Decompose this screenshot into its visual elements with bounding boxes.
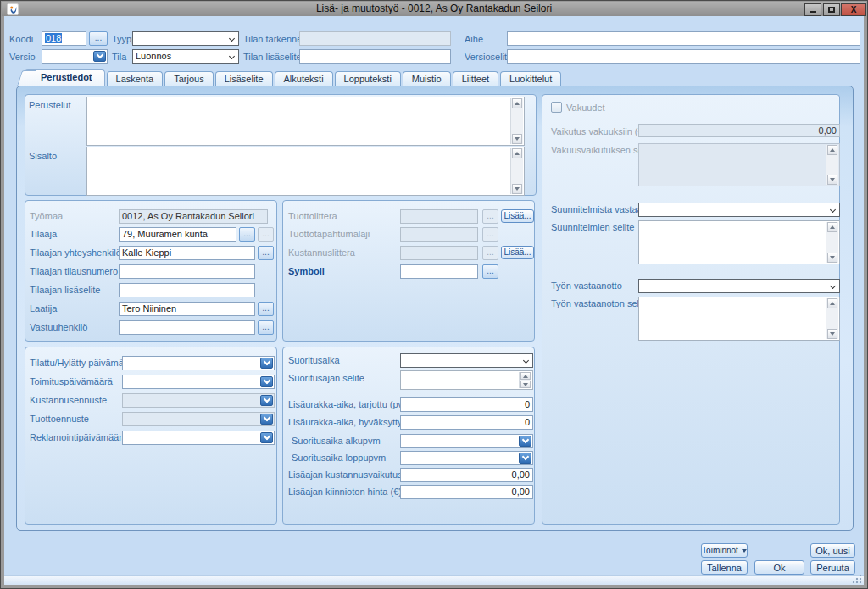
- toimitus-label: Toimituspäivämäärä: [30, 376, 113, 386]
- maximize-button[interactable]: [823, 3, 840, 16]
- symboli-browse-button[interactable]: ...: [482, 264, 498, 279]
- laatija-input[interactable]: Tero Niininen: [119, 302, 255, 316]
- scrollbar[interactable]: [519, 372, 531, 388]
- titlebar[interactable]: Lisä- ja muutostyö - 0012, As Oy Rantaka…: [2, 2, 866, 16]
- scroll-up-icon[interactable]: [512, 148, 522, 158]
- scrollbar[interactable]: [826, 145, 838, 185]
- minimize-button[interactable]: [804, 3, 821, 16]
- kiinnioton-hinta-input[interactable]: 0,00: [400, 485, 533, 499]
- alkupvm-date-input[interactable]: [400, 434, 533, 448]
- kustannuslittera-lisaa-button[interactable]: Lisää...: [501, 246, 534, 259]
- symboli-input[interactable]: [400, 264, 478, 279]
- tarjottu-input[interactable]: 0: [400, 397, 533, 412]
- tuottolittera-input: [400, 209, 478, 224]
- tilan-lisaselite-input[interactable]: [299, 49, 451, 64]
- koodi-browse-button[interactable]: ...: [89, 31, 108, 46]
- suunnitelmien-selite-textarea[interactable]: [638, 220, 840, 264]
- tilaajan-lisaselite-label: Tilaajan lisäselite: [30, 285, 100, 295]
- tab-tarjous[interactable]: Tarjous: [164, 71, 213, 86]
- alkupvm-date-picker-button[interactable]: [519, 436, 531, 447]
- tilaaja-browse-button[interactable]: ...: [239, 227, 255, 242]
- tyyppi-select[interactable]: [132, 31, 239, 46]
- vakuudet-checkbox[interactable]: [551, 102, 562, 113]
- reklamointi-date-input[interactable]: [122, 431, 275, 445]
- tab-luokittelut[interactable]: Luokittelut: [500, 71, 561, 86]
- toimitus-date-picker-button[interactable]: [260, 376, 273, 387]
- hyvaksytty-input[interactable]: 0: [400, 415, 533, 430]
- toiminnot-button[interactable]: Toiminnot: [701, 543, 748, 558]
- scroll-up-icon[interactable]: [512, 98, 522, 108]
- tab-alkuteksti[interactable]: Alkuteksti: [275, 71, 333, 86]
- ok-button[interactable]: Ok: [754, 560, 804, 575]
- panel-suoritusaika: Suoritusaika Suoritusajan selite Lisäura…: [282, 347, 535, 525]
- scroll-down-icon[interactable]: [520, 381, 531, 388]
- tilaaja-input[interactable]: 79, Muuramen kunta: [119, 227, 236, 242]
- tyon-vastaanoton-selite-label: Työn vastaanoton selite: [551, 298, 649, 308]
- laatija-browse-button[interactable]: ...: [258, 302, 274, 316]
- scroll-up-icon[interactable]: [827, 298, 837, 308]
- tab-perustiedot[interactable]: Perustiedot: [25, 69, 105, 86]
- tab-muistio[interactable]: Muistio: [403, 71, 451, 86]
- scroll-down-icon[interactable]: [827, 253, 837, 263]
- tilattu-date-input[interactable]: [122, 356, 275, 370]
- perustelut-textarea[interactable]: [86, 97, 525, 146]
- scrollbar[interactable]: [510, 98, 523, 144]
- scrollbar[interactable]: [510, 148, 523, 194]
- scroll-up-icon[interactable]: [827, 145, 837, 155]
- reklamointi-label: Reklamointipäivämäärä: [30, 432, 127, 442]
- versio-input[interactable]: [42, 49, 108, 64]
- kustannusennuste-date-picker-button[interactable]: [260, 395, 273, 406]
- scroll-up-icon[interactable]: [827, 222, 837, 232]
- tilausnumero-input[interactable]: [119, 264, 255, 279]
- tilaajan-lisaselite-input[interactable]: [119, 283, 255, 297]
- scroll-down-icon[interactable]: [512, 184, 522, 194]
- tyon-vastaanoton-selite-textarea[interactable]: [638, 297, 840, 341]
- tallenna-button[interactable]: Tallenna: [701, 560, 748, 575]
- yhteyshenkilo-browse-button[interactable]: ...: [258, 246, 274, 260]
- sisalto-textarea[interactable]: [86, 147, 525, 196]
- laatija-label: Laatija: [30, 303, 57, 314]
- tyon-vastaanotto-select[interactable]: [638, 279, 840, 293]
- tab-laskenta[interactable]: Laskenta: [107, 71, 164, 86]
- vastuuhenkilo-browse-button[interactable]: ...: [258, 320, 274, 335]
- scroll-down-icon[interactable]: [512, 134, 522, 144]
- tuottolittera-lisaa-button[interactable]: Lisää...: [501, 209, 534, 223]
- aihe-input[interactable]: [507, 31, 860, 46]
- peruuta-button[interactable]: Peruuta: [810, 560, 855, 575]
- reklamointi-date-picker-button[interactable]: [260, 432, 273, 443]
- suoritusaika-select[interactable]: [400, 353, 533, 368]
- versioselite-input[interactable]: [507, 49, 860, 64]
- scroll-down-icon[interactable]: [827, 329, 837, 339]
- tuottotapahtumalaji-label: Tuottotapahtumalaji: [288, 229, 370, 239]
- koodi-label: Koodi: [9, 34, 33, 44]
- tila-select[interactable]: Luonnos: [132, 49, 239, 64]
- kiinnioton-hinta-label: Lisäajan kiinnioton hinta (€): [288, 486, 402, 497]
- scrollbar[interactable]: [826, 222, 838, 263]
- scrollbar[interactable]: [826, 298, 838, 339]
- toimitus-date-input[interactable]: [122, 375, 275, 389]
- yhteyshenkilo-input[interactable]: Kalle Kieppi: [119, 246, 255, 260]
- versio-label: Versio: [9, 52, 36, 62]
- resize-grip[interactable]: [852, 574, 862, 584]
- koodi-input[interactable]: 018: [42, 31, 86, 46]
- tuottoennuste-date-picker-button[interactable]: [260, 414, 273, 425]
- tab-lopputeksti[interactable]: Lopputeksti: [335, 71, 401, 86]
- loppupvm-date-input[interactable]: [400, 451, 533, 465]
- status-bar: [4, 575, 864, 585]
- tyon-vastaanotto-label: Työn vastaanotto: [551, 281, 622, 291]
- versio-picker-button[interactable]: [93, 51, 106, 62]
- tab-liitteet[interactable]: Liitteet: [453, 71, 498, 86]
- tab-lisaselite[interactable]: Lisäselite: [215, 71, 273, 86]
- chevron-down-icon: [830, 207, 836, 213]
- scroll-up-icon[interactable]: [520, 372, 531, 380]
- kustannusvaikutus-input[interactable]: 0,00: [400, 468, 533, 482]
- ok-uusi-button[interactable]: Ok, uusi: [810, 543, 855, 558]
- suunnitelmista-vastaa-select[interactable]: [638, 203, 840, 217]
- tuottolittera-label: Tuottolittera: [288, 211, 337, 221]
- vastuuhenkilo-input[interactable]: [119, 320, 255, 335]
- scroll-down-icon[interactable]: [827, 175, 837, 185]
- suoritusajan-selite-textarea[interactable]: [400, 370, 533, 390]
- close-button[interactable]: X: [841, 3, 866, 16]
- tilattu-date-picker-button[interactable]: [260, 358, 273, 369]
- loppupvm-date-picker-button[interactable]: [519, 453, 531, 464]
